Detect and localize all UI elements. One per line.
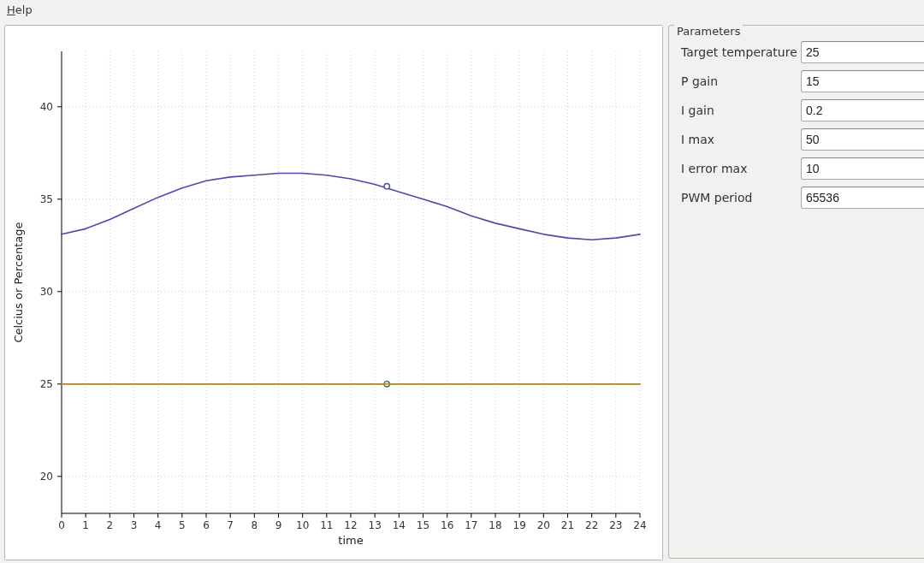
svg-text:time: time	[338, 534, 363, 547]
param-label: I gain	[681, 104, 801, 117]
parameters-title: Parameters	[674, 25, 743, 38]
chart-svg: 0123456789101112131415161718192021222324…	[5, 26, 662, 560]
menu-bar: Help	[0, 0, 924, 21]
param-input-target-temperature[interactable]	[801, 41, 924, 63]
svg-text:24: 24	[633, 519, 646, 531]
param-label: I error max	[681, 162, 801, 175]
svg-text:14: 14	[393, 519, 406, 531]
param-input-i-max[interactable]	[801, 128, 924, 151]
param-input-i-gain[interactable]	[801, 99, 924, 121]
svg-text:18: 18	[489, 519, 501, 531]
svg-text:25: 25	[40, 378, 53, 390]
svg-text:6: 6	[203, 519, 210, 531]
svg-text:3: 3	[131, 519, 138, 531]
svg-text:13: 13	[369, 519, 382, 531]
param-row-i-error-max: I error max	[681, 157, 924, 180]
menu-help-rest: elp	[15, 3, 33, 16]
param-row-p-gain: P gain	[681, 70, 924, 92]
svg-text:4: 4	[155, 519, 162, 531]
svg-text:Celcius or Percentage: Celcius or Percentage	[12, 222, 25, 342]
chart-panel: 0123456789101112131415161718192021222324…	[4, 25, 663, 560]
svg-text:15: 15	[417, 519, 429, 531]
svg-point-95	[384, 183, 389, 188]
param-label: P gain	[681, 74, 801, 88]
svg-text:23: 23	[609, 519, 622, 531]
svg-text:7: 7	[227, 519, 234, 531]
svg-text:16: 16	[441, 519, 453, 531]
svg-text:30: 30	[40, 286, 53, 298]
param-label: I max	[681, 133, 801, 146]
svg-text:22: 22	[585, 519, 598, 531]
svg-text:8: 8	[252, 519, 258, 531]
menu-help[interactable]: Help	[5, 0, 34, 21]
svg-text:21: 21	[561, 519, 574, 531]
svg-text:20: 20	[537, 519, 550, 531]
svg-text:9: 9	[275, 519, 282, 531]
svg-text:2: 2	[107, 519, 114, 531]
param-input-p-gain[interactable]	[801, 70, 924, 92]
svg-text:17: 17	[465, 519, 477, 531]
parameters-panel: Parameters Target temperature P gain I g…	[668, 25, 924, 559]
param-row-pwm-period: PWM period	[681, 187, 924, 209]
svg-text:0: 0	[58, 519, 65, 531]
svg-text:19: 19	[513, 519, 526, 531]
content-area: 0123456789101112131415161718192021222324…	[0, 21, 924, 563]
param-row-i-gain: I gain	[681, 99, 924, 121]
svg-text:20: 20	[40, 471, 53, 483]
svg-text:40: 40	[40, 101, 53, 113]
param-row-target-temperature: Target temperature	[681, 41, 924, 63]
parameters-body: Target temperature P gain I gain I max I…	[669, 26, 924, 224]
param-input-pwm-period[interactable]	[801, 187, 924, 209]
menu-help-accel: H	[7, 3, 15, 16]
svg-text:1: 1	[82, 519, 89, 531]
param-input-i-error-max[interactable]	[801, 157, 924, 180]
svg-text:35: 35	[40, 193, 53, 205]
svg-text:11: 11	[320, 519, 333, 531]
svg-rect-0	[5, 26, 662, 560]
svg-text:5: 5	[179, 519, 186, 531]
param-label: PWM period	[681, 191, 801, 204]
svg-text:12: 12	[344, 519, 357, 531]
param-label: Target temperature	[681, 45, 801, 59]
param-row-i-max: I max	[681, 128, 924, 151]
svg-text:10: 10	[296, 519, 309, 531]
